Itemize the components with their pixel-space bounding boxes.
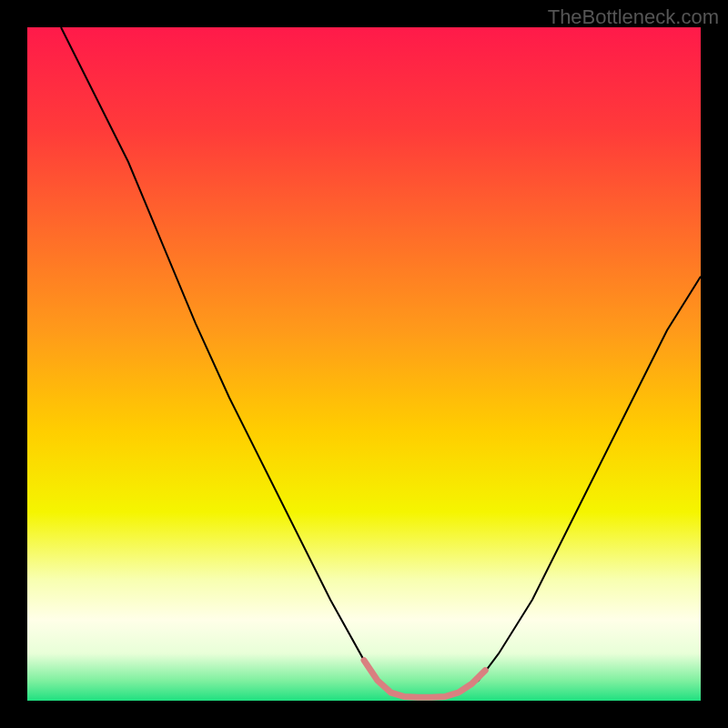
- chart-container: TheBottleneck.com: [0, 0, 728, 728]
- gradient-background: [27, 27, 701, 701]
- bottleneck-chart: [0, 0, 728, 728]
- watermark-text: TheBottleneck.com: [548, 5, 719, 29]
